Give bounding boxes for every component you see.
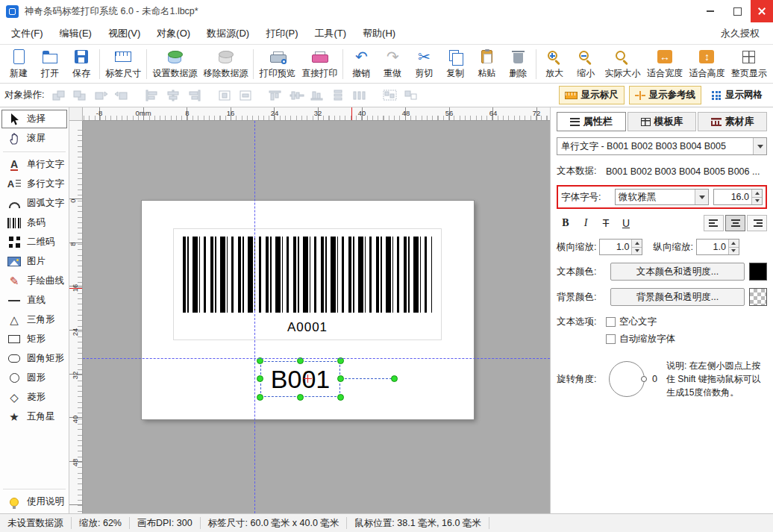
save-button[interactable]: 保存 bbox=[66, 46, 97, 82]
spin-down-button[interactable] bbox=[752, 197, 762, 205]
font-family-select[interactable]: 微软雅黑 bbox=[615, 189, 709, 205]
menu-object[interactable]: 对象(O) bbox=[148, 23, 198, 44]
menu-tools[interactable]: 工具(T) bbox=[306, 23, 354, 44]
center-in-page-h-icon[interactable] bbox=[215, 87, 234, 104]
tool-qrcode[interactable]: 二维码 bbox=[1, 233, 67, 251]
spin-down-button[interactable] bbox=[632, 247, 642, 255]
align-right-icon[interactable] bbox=[184, 87, 203, 104]
vertical-ruler[interactable]: 0 8 16 24 32 40 48 bbox=[69, 121, 83, 513]
show-guides-toggle[interactable]: 显示参考线 bbox=[629, 86, 702, 104]
align-left-button[interactable] bbox=[704, 215, 724, 231]
rotation-dial[interactable] bbox=[609, 361, 645, 397]
bold-button[interactable]: B bbox=[557, 215, 575, 231]
show-ruler-toggle[interactable]: 显示标尺 bbox=[559, 86, 625, 104]
menu-print[interactable]: 打印(P) bbox=[257, 23, 306, 44]
bring-forward-icon[interactable] bbox=[91, 87, 110, 104]
menu-view[interactable]: 视图(V) bbox=[100, 23, 148, 44]
menu-help[interactable]: 帮助(H) bbox=[354, 23, 404, 44]
menu-file[interactable]: 文件(F) bbox=[3, 23, 51, 44]
send-to-back-icon[interactable] bbox=[70, 87, 89, 104]
barcode-object[interactable]: A0001 bbox=[173, 228, 442, 340]
tool-multi-line-text[interactable]: A 多行文字 bbox=[1, 175, 67, 193]
cut-button[interactable]: ✂ 剪切 bbox=[408, 46, 439, 82]
font-size-spinner[interactable]: 16.0 bbox=[713, 189, 763, 205]
selected-text-object[interactable]: B001 bbox=[260, 361, 340, 397]
hollow-text-checkbox[interactable]: 空心文字 bbox=[606, 316, 675, 328]
h-scale-spinner[interactable]: 1.0 bbox=[599, 239, 642, 255]
tool-single-line-text[interactable]: A 单行文字 bbox=[1, 155, 67, 174]
font-family-dropdown-button[interactable] bbox=[695, 190, 708, 204]
spin-down-button[interactable] bbox=[729, 247, 739, 255]
show-grid-toggle[interactable]: 显示网格 bbox=[706, 86, 769, 104]
align-center-button[interactable] bbox=[725, 215, 745, 231]
actual-size-button[interactable]: 实际大小 bbox=[601, 46, 643, 82]
label-sheet[interactable]: A0001 B001 bbox=[142, 201, 474, 419]
selection-handle-s[interactable] bbox=[297, 394, 304, 401]
tool-star[interactable]: ★ 五角星 bbox=[1, 407, 67, 426]
rotation-dial-handle[interactable] bbox=[641, 376, 647, 382]
menu-edit[interactable]: 编辑(E) bbox=[51, 23, 100, 44]
italic-button[interactable]: I bbox=[577, 215, 595, 231]
tool-image[interactable]: 图片 bbox=[1, 252, 67, 271]
tab-template-library[interactable]: 模板库 bbox=[628, 112, 697, 131]
undo-button[interactable]: ↶ 撤销 bbox=[345, 46, 377, 82]
align-right-button[interactable] bbox=[747, 215, 767, 231]
open-button[interactable]: 打开 bbox=[34, 46, 66, 82]
text-data-value[interactable]: B001 B002 B003 B004 B005 B006 ... bbox=[606, 166, 767, 177]
guide-horizontal[interactable] bbox=[83, 358, 550, 359]
label-size-button[interactable]: 标签尺寸 bbox=[102, 46, 144, 82]
tool-triangle[interactable]: △ 三角形 bbox=[1, 310, 67, 329]
spin-up-button[interactable] bbox=[729, 240, 739, 247]
tool-select[interactable]: 选择 bbox=[1, 110, 67, 128]
bring-to-front-icon[interactable] bbox=[49, 87, 68, 104]
object-selector-dropdown[interactable]: 单行文字 - B001 B002 B003 B004 B005 bbox=[557, 137, 767, 155]
align-bottom-icon[interactable] bbox=[308, 87, 327, 104]
text-color-button[interactable]: 文本颜色和透明度... bbox=[610, 263, 745, 281]
tool-line[interactable]: 直线 bbox=[1, 291, 67, 310]
align-center-h-icon[interactable] bbox=[163, 87, 182, 104]
align-left-icon[interactable] bbox=[143, 87, 161, 104]
autoscale-font-checkbox[interactable]: 自动缩放字体 bbox=[606, 333, 675, 345]
bg-color-swatch[interactable] bbox=[749, 288, 767, 306]
print-preview-button[interactable]: 打印预览 bbox=[256, 46, 298, 82]
group-icon[interactable] bbox=[381, 87, 399, 104]
selection-handle-e[interactable] bbox=[337, 375, 344, 382]
tool-arc-text[interactable]: 圆弧文字 bbox=[1, 194, 67, 213]
tool-rounded-rectangle[interactable]: 圆角矩形 bbox=[1, 349, 67, 368]
design-canvas[interactable]: A0001 B001 bbox=[83, 121, 550, 513]
rotation-handle[interactable] bbox=[391, 375, 398, 382]
maximize-button[interactable] bbox=[724, 0, 751, 22]
paste-button[interactable]: 粘贴 bbox=[471, 46, 502, 82]
guide-vertical[interactable] bbox=[254, 121, 255, 513]
help-button[interactable]: 使用说明 bbox=[1, 492, 67, 511]
tab-properties[interactable]: 属性栏 bbox=[557, 112, 626, 131]
dropdown-arrow-button[interactable] bbox=[753, 138, 766, 154]
tab-material-library[interactable]: 素材库 bbox=[698, 112, 767, 131]
zoom-in-button[interactable]: 放大 bbox=[539, 46, 570, 82]
align-top-icon[interactable] bbox=[266, 87, 285, 104]
tool-freehand-curve[interactable]: ✎ 手绘曲线 bbox=[1, 272, 67, 290]
tool-diamond[interactable]: ◇ 菱形 bbox=[1, 388, 67, 407]
fit-height-button[interactable]: ↕ 适合高度 bbox=[686, 46, 727, 82]
distribute-h-icon[interactable] bbox=[350, 87, 369, 104]
selection-handle-se[interactable] bbox=[337, 394, 344, 401]
set-datasource-button[interactable]: 设置数据源 bbox=[149, 46, 200, 82]
full-page-button[interactable]: 整页显示 bbox=[728, 46, 770, 82]
close-button[interactable] bbox=[751, 0, 773, 22]
horizontal-ruler[interactable]: -8 0mm 8 16 24 32 40 48 56 64 72 bbox=[83, 107, 550, 121]
strikethrough-button[interactable]: T bbox=[597, 215, 615, 231]
copy-button[interactable]: 复制 bbox=[439, 46, 471, 82]
remove-datasource-button[interactable]: 移除数据源 bbox=[200, 46, 251, 82]
fit-width-button[interactable]: ↔ 适合宽度 bbox=[644, 46, 686, 82]
spin-up-button[interactable] bbox=[752, 190, 762, 197]
send-backward-icon[interactable] bbox=[112, 87, 131, 104]
redo-button[interactable]: ↷ 重做 bbox=[377, 46, 408, 82]
delete-button[interactable]: 删除 bbox=[502, 46, 533, 82]
minimize-button[interactable] bbox=[697, 0, 724, 22]
tool-rectangle[interactable]: 矩形 bbox=[1, 330, 67, 348]
bg-color-button[interactable]: 背景颜色和透明度... bbox=[610, 288, 745, 306]
zoom-out-button[interactable]: 缩小 bbox=[570, 46, 601, 82]
selection-handle-sw[interactable] bbox=[257, 394, 263, 401]
text-color-swatch[interactable] bbox=[749, 263, 767, 281]
tool-pan[interactable]: 滚屏 bbox=[1, 129, 67, 148]
